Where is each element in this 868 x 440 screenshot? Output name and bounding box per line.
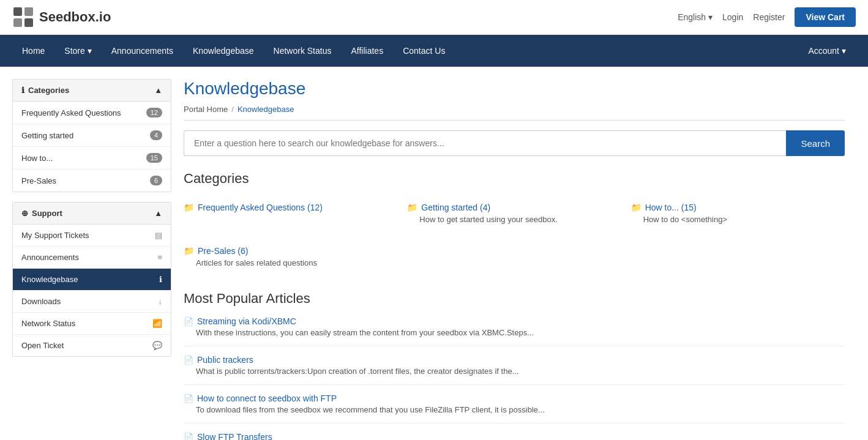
nav-announcements[interactable]: Announcements [102,35,183,67]
nav-knowledgebase[interactable]: Knowledgebase [183,35,264,67]
main-content: Knowledgebase Portal Home / Knowledgebas… [184,79,845,440]
sidebar-categories-section: ℹ Categories ▲ Frequently Asked Question… [12,79,171,192]
breadcrumb-current: Knowledgebase [238,105,294,114]
categories-grid: 📁 Frequently Asked Questions (12) 📁 Gett… [184,196,845,274]
folder-icon: 📁 [631,203,642,212]
folder-icon: 📁 [407,203,417,212]
folder-icon: 📁 [184,203,194,212]
search-input[interactable] [184,130,786,156]
ticket-icon: ▤ [155,231,162,240]
document-icon: 📄 [184,433,193,441]
svg-rect-1 [24,7,33,16]
article-desc-1: What is public torrents/trackers:Upon cr… [196,367,845,376]
category-how-to: 📁 How to... (15) How to do <something> [631,196,845,230]
article-link-0[interactable]: 📄 Streaming via Kodi/XBMC [184,316,845,326]
breadcrumb-separator: / [231,105,234,114]
article-link-1[interactable]: 📄 Public trackers [184,355,845,365]
nav-home[interactable]: Home [12,35,54,67]
svg-rect-3 [24,18,33,27]
search-button[interactable]: Search [786,130,845,156]
top-right-actions: English ▾ Login Register View Cart [678,7,856,27]
nav-store[interactable]: Store ▾ [54,35,101,67]
article-link-2[interactable]: 📄 How to connect to seedbox with FTP [184,393,845,403]
category-faq: 📁 Frequently Asked Questions (12) [184,196,397,230]
info-circle-icon: ℹ [159,275,162,284]
info-icon: ℹ [21,86,24,95]
sidebar-categories-header: ℹ Categories ▲ [13,80,171,102]
nav-contact-us[interactable]: Contact Us [393,35,455,67]
sidebar-getting-started[interactable]: Getting started 4 [13,124,171,147]
signal-icon: 📶 [152,319,162,328]
category-how-to-link[interactable]: 📁 How to... (15) [631,203,845,212]
chevron-up-icon: ▲ [154,209,162,218]
document-icon: 📄 [184,356,193,365]
sidebar-pre-sales[interactable]: Pre-Sales 6 [13,170,171,192]
sidebar: ℹ Categories ▲ Frequently Asked Question… [12,79,171,440]
nav-links: Home Store ▾ Announcements Knowledgebase… [12,35,455,67]
search-bar: Search [184,130,845,156]
breadcrumb-home[interactable]: Portal Home [184,105,228,114]
list-icon: ≡ [157,253,162,262]
category-pre-sales-link[interactable]: 📁 Pre-Sales (6) [184,246,397,256]
download-icon: ↓ [159,297,163,306]
category-getting-started: 📁 Getting started (4) How to get started… [407,196,621,230]
sidebar-faq[interactable]: Frequently Asked Questions 12 [13,102,171,124]
logo-text: Seedbox.io [39,9,111,25]
folder-icon: 📁 [184,246,194,256]
sidebar-open-ticket[interactable]: Open Ticket 💬 [13,335,171,356]
logo[interactable]: Seedbox.io [12,6,111,28]
view-cart-button[interactable]: View Cart [795,7,856,27]
article-item: 📄 Slow FTP Transfers It is very common t… [184,432,845,440]
chevron-down-icon: ▾ [708,12,713,22]
language-selector[interactable]: English ▾ [678,12,713,22]
sidebar-my-support-tickets[interactable]: My Support Tickets ▤ [13,225,171,247]
popular-title: Most Popular Articles [184,291,845,307]
sidebar-announcements[interactable]: Announcements ≡ [13,247,171,269]
register-link[interactable]: Register [753,12,785,22]
breadcrumb: Portal Home / Knowledgebase [184,105,845,121]
categories-title: Categories [184,171,845,187]
sidebar-how-to[interactable]: How to... 15 [13,147,171,170]
nav-network-status[interactable]: Network Status [264,35,342,67]
category-getting-started-link[interactable]: 📁 Getting started (4) [407,203,621,212]
nav-right: Account ▾ [798,35,856,67]
category-how-to-desc: How to do <something> [643,215,845,224]
article-item: 📄 How to connect to seedbox with FTP To … [184,393,845,423]
category-getting-started-desc: How to get started using your seedbox. [419,215,621,224]
category-pre-sales: 📁 Pre-Sales (6) Articles for sales relat… [184,240,397,274]
chevron-down-icon: ▾ [842,46,846,56]
svg-rect-0 [13,7,22,16]
top-bar: Seedbox.io English ▾ Login Register View… [0,0,868,35]
svg-rect-2 [13,18,22,27]
nav-affiliates[interactable]: Affiliates [341,35,393,67]
nav-account[interactable]: Account ▾ [798,35,856,67]
chevron-up-icon: ▲ [154,86,162,95]
sidebar-network-status[interactable]: Network Status 📶 [13,313,171,335]
main-nav: Home Store ▾ Announcements Knowledgebase… [0,35,868,67]
sidebar-downloads[interactable]: Downloads ↓ [13,291,171,313]
login-link[interactable]: Login [722,12,743,22]
document-icon: 📄 [184,394,193,403]
globe-icon: ⊕ [21,209,28,218]
article-desc-0: With these instructions, you can easily … [196,328,845,337]
article-item: 📄 Public trackers What is public torrent… [184,355,845,385]
articles-list: 📄 Streaming via Kodi/XBMC With these ins… [184,316,845,440]
comment-icon: 💬 [152,341,162,350]
page-title: Knowledgebase [184,79,845,99]
language-label: English [678,12,706,22]
category-pre-sales-desc: Articles for sales related questions [196,258,397,267]
sidebar-support-header: ⊕ Support ▲ [13,203,171,225]
article-item: 📄 Streaming via Kodi/XBMC With these ins… [184,316,845,346]
sidebar-knowledgebase[interactable]: Knowledgebase ℹ [13,269,171,291]
article-desc-2: To download files from the seedbox we re… [196,405,845,414]
document-icon: 📄 [184,317,193,326]
sidebar-support-section: ⊕ Support ▲ My Support Tickets ▤ Announc… [12,202,171,357]
category-faq-link[interactable]: 📁 Frequently Asked Questions (12) [184,203,397,212]
article-link-3[interactable]: 📄 Slow FTP Transfers [184,432,845,440]
main-container: ℹ Categories ▲ Frequently Asked Question… [0,67,857,440]
